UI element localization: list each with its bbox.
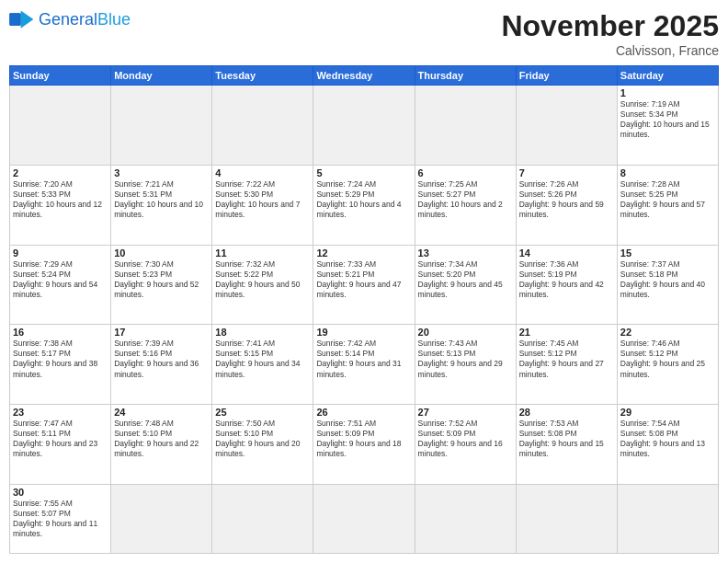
calendar-cell (10, 86, 111, 166)
calendar-cell: 11Sunrise: 7:32 AMSunset: 5:22 PMDayligh… (212, 245, 313, 325)
location: Calvisson, France (501, 43, 719, 58)
calendar-cell: 7Sunrise: 7:26 AMSunset: 5:26 PMDaylight… (516, 165, 617, 245)
cell-info: Sunrise: 7:42 AMSunset: 5:14 PMDaylight:… (316, 339, 411, 379)
cell-info: Sunrise: 7:41 AMSunset: 5:15 PMDaylight:… (215, 339, 310, 379)
cell-info: Sunrise: 7:20 AMSunset: 5:33 PMDaylight:… (13, 179, 108, 220)
cell-info: Sunrise: 7:48 AMSunset: 5:10 PMDaylight:… (114, 419, 209, 459)
day-number: 29 (620, 407, 715, 418)
calendar-cell: 28Sunrise: 7:53 AMSunset: 5:08 PMDayligh… (516, 405, 617, 485)
calendar-table: Sunday Monday Tuesday Wednesday Thursday… (9, 65, 719, 554)
col-monday: Monday (111, 66, 212, 86)
calendar-cell (212, 484, 313, 553)
day-number: 23 (13, 407, 108, 418)
week-row-1: 1Sunrise: 7:19 AMSunset: 5:34 PMDaylight… (10, 86, 719, 166)
day-number: 20 (418, 327, 513, 338)
week-row-2: 2Sunrise: 7:20 AMSunset: 5:33 PMDaylight… (10, 165, 719, 245)
cell-info: Sunrise: 7:50 AMSunset: 5:10 PMDaylight:… (215, 419, 310, 459)
calendar-cell (617, 484, 718, 553)
calendar-cell: 21Sunrise: 7:45 AMSunset: 5:12 PMDayligh… (516, 325, 617, 405)
calendar-cell: 14Sunrise: 7:36 AMSunset: 5:19 PMDayligh… (516, 245, 617, 325)
cell-info: Sunrise: 7:43 AMSunset: 5:13 PMDaylight:… (418, 339, 513, 379)
month-title: November 2025 (501, 9, 719, 43)
header: GeneralBlue November 2025 Calvisson, Fra… (9, 9, 719, 58)
day-number: 14 (519, 247, 614, 259)
col-thursday: Thursday (415, 66, 516, 86)
calendar-cell (111, 86, 212, 166)
day-number: 17 (114, 327, 209, 338)
calendar-cell: 24Sunrise: 7:48 AMSunset: 5:10 PMDayligh… (111, 405, 212, 485)
calendar-cell: 3Sunrise: 7:21 AMSunset: 5:31 PMDaylight… (111, 165, 212, 245)
calendar-cell: 2Sunrise: 7:20 AMSunset: 5:33 PMDaylight… (10, 165, 111, 245)
col-wednesday: Wednesday (313, 66, 415, 86)
cell-info: Sunrise: 7:22 AMSunset: 5:30 PMDaylight:… (215, 179, 310, 220)
calendar-cell: 17Sunrise: 7:39 AMSunset: 5:16 PMDayligh… (111, 325, 212, 405)
cell-info: Sunrise: 7:34 AMSunset: 5:20 PMDaylight:… (418, 259, 513, 300)
cell-info: Sunrise: 7:53 AMSunset: 5:08 PMDaylight:… (519, 419, 614, 459)
col-tuesday: Tuesday (212, 66, 313, 86)
day-number: 4 (215, 167, 310, 178)
cell-info: Sunrise: 7:19 AMSunset: 5:34 PMDaylight:… (620, 99, 715, 140)
day-number: 13 (418, 247, 513, 259)
cell-info: Sunrise: 7:37 AMSunset: 5:18 PMDaylight:… (620, 259, 715, 300)
calendar-cell (516, 86, 617, 166)
col-friday: Friday (516, 66, 617, 86)
day-number: 28 (519, 407, 614, 418)
day-number: 26 (316, 407, 411, 418)
calendar-cell (212, 86, 313, 166)
day-number: 8 (620, 167, 715, 178)
cell-info: Sunrise: 7:54 AMSunset: 5:08 PMDaylight:… (620, 419, 715, 459)
calendar-cell: 1Sunrise: 7:19 AMSunset: 5:34 PMDaylight… (617, 86, 718, 166)
calendar-cell (111, 484, 212, 553)
day-number: 25 (215, 407, 310, 418)
calendar-cell: 4Sunrise: 7:22 AMSunset: 5:30 PMDaylight… (212, 165, 313, 245)
logo-text: GeneralBlue (39, 10, 131, 29)
day-number: 22 (620, 327, 715, 338)
calendar-cell: 5Sunrise: 7:24 AMSunset: 5:29 PMDaylight… (313, 165, 415, 245)
day-number: 16 (13, 327, 108, 338)
day-number: 9 (13, 247, 108, 259)
day-number: 1 (620, 87, 715, 98)
calendar-cell: 25Sunrise: 7:50 AMSunset: 5:10 PMDayligh… (212, 405, 313, 485)
day-number: 2 (13, 167, 108, 178)
logo: GeneralBlue (9, 9, 131, 29)
col-sunday: Sunday (10, 66, 111, 86)
calendar-cell: 6Sunrise: 7:25 AMSunset: 5:27 PMDaylight… (415, 165, 516, 245)
calendar-cell: 8Sunrise: 7:28 AMSunset: 5:25 PMDaylight… (617, 165, 718, 245)
calendar-cell (415, 484, 516, 553)
calendar-cell: 10Sunrise: 7:30 AMSunset: 5:23 PMDayligh… (111, 245, 212, 325)
cell-info: Sunrise: 7:30 AMSunset: 5:23 PMDaylight:… (114, 259, 209, 300)
day-number: 19 (316, 327, 411, 338)
day-number: 21 (519, 327, 614, 338)
day-number: 7 (519, 167, 614, 178)
cell-info: Sunrise: 7:25 AMSunset: 5:27 PMDaylight:… (418, 179, 513, 220)
calendar-cell: 30Sunrise: 7:55 AMSunset: 5:07 PMDayligh… (10, 484, 111, 553)
calendar-cell (313, 86, 415, 166)
week-row-6: 30Sunrise: 7:55 AMSunset: 5:07 PMDayligh… (10, 484, 719, 553)
cell-info: Sunrise: 7:38 AMSunset: 5:17 PMDaylight:… (13, 339, 108, 379)
week-row-4: 16Sunrise: 7:38 AMSunset: 5:17 PMDayligh… (10, 325, 719, 405)
day-number: 6 (418, 167, 513, 178)
calendar-cell: 15Sunrise: 7:37 AMSunset: 5:18 PMDayligh… (617, 245, 718, 325)
calendar-cell (415, 86, 516, 166)
svg-marker-1 (21, 10, 34, 28)
week-row-3: 9Sunrise: 7:29 AMSunset: 5:24 PMDaylight… (10, 245, 719, 325)
cell-info: Sunrise: 7:33 AMSunset: 5:21 PMDaylight:… (316, 259, 411, 300)
day-number: 12 (316, 247, 411, 259)
logo-icon (9, 9, 35, 29)
cell-info: Sunrise: 7:47 AMSunset: 5:11 PMDaylight:… (13, 419, 108, 459)
calendar-header-row: Sunday Monday Tuesday Wednesday Thursday… (10, 66, 719, 86)
cell-info: Sunrise: 7:28 AMSunset: 5:25 PMDaylight:… (620, 179, 715, 220)
day-number: 3 (114, 167, 209, 178)
calendar-cell: 27Sunrise: 7:52 AMSunset: 5:09 PMDayligh… (415, 405, 516, 485)
week-row-5: 23Sunrise: 7:47 AMSunset: 5:11 PMDayligh… (10, 405, 719, 485)
cell-info: Sunrise: 7:24 AMSunset: 5:29 PMDaylight:… (316, 179, 411, 220)
logo-general: General (39, 10, 97, 29)
day-number: 30 (13, 487, 108, 498)
calendar-cell (313, 484, 415, 553)
title-block: November 2025 Calvisson, France (501, 9, 719, 58)
cell-info: Sunrise: 7:52 AMSunset: 5:09 PMDaylight:… (418, 419, 513, 459)
day-number: 5 (316, 167, 411, 178)
calendar-cell: 12Sunrise: 7:33 AMSunset: 5:21 PMDayligh… (313, 245, 415, 325)
calendar-cell: 16Sunrise: 7:38 AMSunset: 5:17 PMDayligh… (10, 325, 111, 405)
cell-info: Sunrise: 7:21 AMSunset: 5:31 PMDaylight:… (114, 179, 209, 220)
